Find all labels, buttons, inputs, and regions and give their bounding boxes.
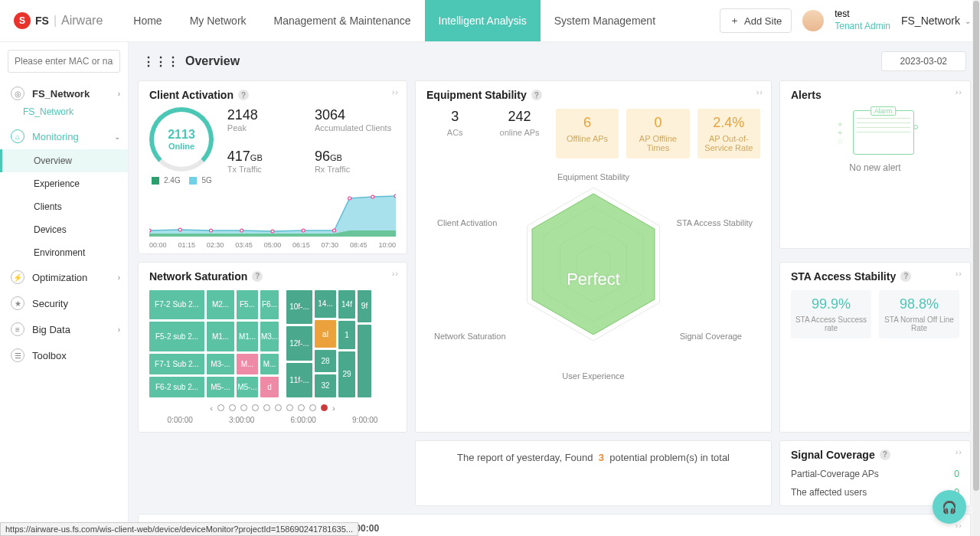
offline-times-value: 0 (629, 115, 686, 131)
tree-cell[interactable]: F7-2 Sub 2... (149, 290, 204, 320)
sidebar-root-network[interactable]: ◎ FS_Network › (0, 80, 128, 106)
tree-cell[interactable]: F5-2 sub 2... (149, 322, 204, 351)
brand-sep: | (54, 14, 57, 28)
sidebar-monitoring[interactable]: ⌂ Monitoring ⌄ (0, 123, 128, 149)
offline-aps-label: Offline APs (559, 134, 616, 143)
sidebar-overview[interactable]: Overview (0, 149, 128, 172)
sidebar-security[interactable]: ★ Security (0, 290, 128, 316)
tree-cell[interactable]: M5-... (207, 377, 234, 397)
fs-badge: S (14, 12, 31, 29)
tree-cell[interactable]: 32 (315, 374, 336, 397)
radar-label: User Experience (562, 371, 624, 381)
status-bar-url: https://airware-us.fs.com/wis-client-web… (0, 522, 358, 536)
tree-cell[interactable]: 12f-... (286, 326, 312, 361)
online-label: Online (168, 142, 194, 151)
card-menu-icon[interactable]: ›› (392, 269, 399, 278)
nav-home[interactable]: Home (119, 0, 175, 41)
sidebar-environment[interactable]: Environment (0, 241, 128, 264)
nav-my-network[interactable]: My Network (176, 0, 260, 41)
cov-users-label: The affected users (791, 487, 867, 498)
xt: 10:00 (378, 241, 396, 249)
tree-cell[interactable]: M3... (260, 322, 279, 351)
user-role[interactable]: Tenant Admin (835, 21, 890, 33)
tree-cell[interactable]: M1... (237, 322, 258, 351)
sidebar-root-child[interactable]: FS_Network (0, 106, 128, 117)
sta-card: ›› STA Access Stability ? 99.9%STA Acces… (779, 262, 971, 433)
tree-cell[interactable]: M1... (207, 322, 234, 351)
headset-icon: 🎧 (942, 500, 957, 515)
rx-value: 96 (315, 149, 330, 164)
oos-rate-label: AP Out-of-Service Rate (701, 134, 757, 152)
chevron-right-icon: › (118, 273, 120, 282)
tree-cell[interactable]: F6... (260, 290, 279, 320)
tree-cell[interactable]: 28 (315, 350, 336, 372)
sidebar-experience[interactable]: Experience (0, 172, 128, 195)
tx-label: Tx Traffic (227, 165, 309, 174)
network-selector[interactable]: FS_Network ⌄ (901, 15, 971, 27)
no-alert-text: No new alert (849, 162, 900, 173)
chevron-right-icon: › (118, 325, 120, 334)
avatar[interactable] (802, 10, 824, 31)
help-icon[interactable]: ? (880, 449, 890, 460)
tree-cell[interactable]: 10f-... (286, 290, 312, 325)
search-input[interactable] (8, 50, 120, 73)
add-site-button[interactable]: ＋Add Site (720, 8, 792, 33)
tree-cell[interactable]: F6-2 sub 2... (149, 377, 204, 397)
xt: 05:00 (264, 241, 282, 249)
help-icon[interactable]: ? (531, 90, 542, 100)
sidebar-toolbox[interactable]: ☰ Toolbox (0, 342, 128, 368)
radar-chart: Equipment Stability STA Access Stability… (426, 172, 760, 387)
xt: 03:45 (235, 241, 253, 249)
tree-cell[interactable]: al (315, 320, 336, 348)
donut-legend: 2.4G 5G (149, 176, 217, 186)
tree-cell[interactable]: 29 (338, 351, 355, 397)
alarm-box-label: Alarm (871, 106, 897, 116)
tree-cell[interactable]: 14f (338, 290, 355, 319)
card-menu-icon[interactable]: ›› (956, 87, 962, 96)
tree-cell[interactable]: 9f (358, 290, 371, 323)
tree-cell[interactable]: F7-1 Sub 2... (149, 354, 204, 374)
sidebar-clients[interactable]: Clients (0, 195, 128, 218)
grid-icon: ⋮⋮⋮ (142, 54, 179, 69)
svg-point-5 (302, 229, 305, 232)
tree-cell[interactable] (358, 325, 371, 397)
chevron-right-icon[interactable]: › (332, 404, 335, 413)
card-menu-icon[interactable]: ›› (392, 87, 399, 96)
date-picker[interactable]: 2023-03-02 (881, 51, 966, 71)
tree-cell[interactable]: d (260, 377, 279, 397)
card-menu-icon[interactable]: ›› (756, 87, 763, 96)
sidebar-devices[interactable]: Devices (0, 218, 128, 241)
tree-cell[interactable]: 1 (338, 321, 355, 349)
scrollbar[interactable] (972, 0, 980, 536)
tree-cell[interactable]: M5-... (237, 377, 258, 397)
chevron-left-icon[interactable]: ‹ (210, 404, 213, 413)
report-summary[interactable]: The report of yesterday, Found 3 potenti… (415, 440, 772, 506)
nav-mgmt[interactable]: Management & Maintenance (260, 0, 425, 41)
online-donut: 2113 Online (149, 107, 214, 172)
tree-cell[interactable]: M... (237, 354, 258, 374)
tree-cell[interactable]: M2... (207, 290, 234, 320)
card-menu-icon[interactable]: ›› (956, 447, 962, 456)
help-icon[interactable]: ? (238, 90, 249, 100)
svg-point-0 (149, 229, 151, 232)
treemap-slider[interactable]: ‹ › (149, 404, 396, 413)
tree-cell[interactable]: M3-... (207, 354, 234, 374)
tree-cell[interactable]: 11f-... (286, 363, 312, 397)
sidebar-big-data[interactable]: ≡ Big Data › (0, 316, 128, 342)
support-fab[interactable]: 🎧 (933, 490, 966, 524)
sparkle-icon: ✦✦☆ (837, 120, 844, 145)
tree-cell[interactable]: 14... (315, 290, 336, 318)
nav-intelligent-analysis[interactable]: Intelligent Analysis (425, 0, 541, 41)
treemap[interactable]: F7-2 Sub 2... F5-2 sub 2... F7-1 Sub 2..… (149, 290, 396, 397)
legend-24g: 2.4G (164, 176, 181, 185)
sidebar-optimization[interactable]: ⚡ Optimization › (0, 264, 128, 290)
help-icon[interactable]: ? (900, 271, 911, 282)
nav-system-mgmt[interactable]: System Management (541, 0, 669, 41)
sta-success-label: STA Access Success rate (794, 315, 868, 332)
radar-label: Client Activation (437, 218, 497, 227)
tree-cell[interactable]: M... (260, 354, 279, 374)
help-icon[interactable]: ? (252, 271, 263, 282)
card-menu-icon[interactable]: ›› (956, 269, 962, 278)
add-site-label: Add Site (744, 15, 782, 27)
tree-cell[interactable]: F5... (237, 290, 258, 320)
